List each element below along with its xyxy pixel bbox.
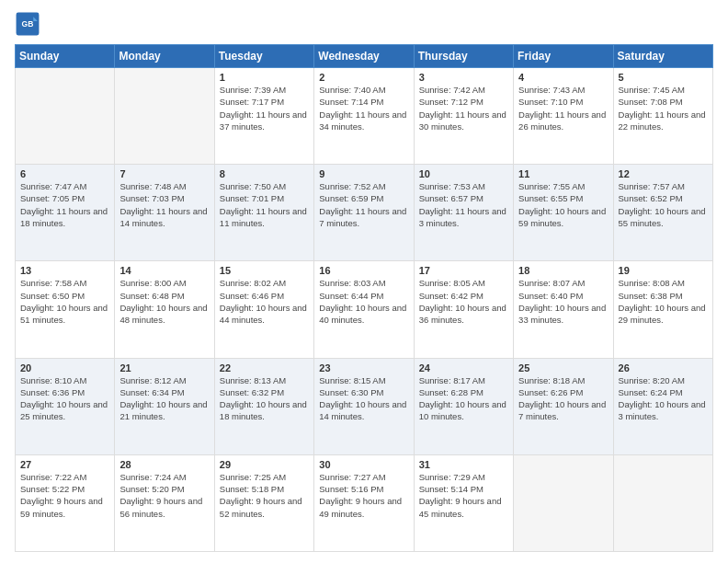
day-info: Sunrise: 7:48 AMSunset: 7:03 PMDaylight:… [119, 180, 209, 229]
day-info: Sunrise: 8:13 AMSunset: 6:32 PMDaylight:… [220, 374, 309, 423]
day-info: Sunrise: 8:15 AMSunset: 6:30 PMDaylight:… [319, 374, 408, 423]
calendar-day-header: Monday [115, 45, 214, 68]
day-number: 6 [20, 168, 109, 179]
calendar-cell: 8Sunrise: 7:50 AMSunset: 7:01 PMDaylight… [214, 165, 313, 261]
calendar-cell: 4Sunrise: 7:43 AMSunset: 7:10 PMDaylight… [514, 68, 613, 165]
calendar-cell: 9Sunrise: 7:52 AMSunset: 6:59 PMDaylight… [314, 165, 414, 261]
day-number: 15 [220, 265, 309, 276]
day-number: 23 [319, 362, 408, 373]
day-info: Sunrise: 7:53 AMSunset: 6:57 PMDaylight:… [419, 180, 508, 229]
day-info: Sunrise: 8:20 AMSunset: 6:24 PMDaylight:… [619, 374, 708, 423]
calendar-week-row: 6Sunrise: 7:47 AMSunset: 7:05 PMDaylight… [16, 165, 713, 261]
calendar-cell: 22Sunrise: 8:13 AMSunset: 6:32 PMDayligh… [214, 358, 313, 454]
calendar-cell: 24Sunrise: 8:17 AMSunset: 6:28 PMDayligh… [414, 358, 513, 454]
day-info: Sunrise: 7:22 AMSunset: 5:22 PMDaylight:… [20, 471, 109, 520]
calendar-cell [16, 68, 115, 165]
day-info: Sunrise: 7:40 AMSunset: 7:14 PMDaylight:… [319, 84, 408, 132]
day-info: Sunrise: 7:55 AMSunset: 6:55 PMDaylight:… [518, 180, 608, 229]
day-number: 28 [119, 459, 209, 470]
calendar-cell [115, 68, 214, 165]
calendar-cell: 10Sunrise: 7:53 AMSunset: 6:57 PMDayligh… [414, 165, 513, 261]
calendar-cell: 14Sunrise: 8:00 AMSunset: 6:48 PMDayligh… [115, 261, 214, 358]
day-number: 31 [419, 459, 508, 470]
svg-text:GB: GB [22, 19, 34, 29]
day-number: 14 [119, 265, 209, 276]
calendar-cell: 31Sunrise: 7:29 AMSunset: 5:14 PMDayligh… [414, 454, 513, 551]
day-number: 29 [220, 459, 309, 470]
day-info: Sunrise: 8:07 AMSunset: 6:40 PMDaylight:… [518, 277, 608, 326]
calendar-cell: 17Sunrise: 8:05 AMSunset: 6:42 PMDayligh… [414, 261, 513, 358]
day-info: Sunrise: 7:29 AMSunset: 5:14 PMDaylight:… [419, 471, 508, 520]
day-info: Sunrise: 7:57 AMSunset: 6:52 PMDaylight:… [619, 180, 708, 229]
day-number: 26 [619, 362, 708, 373]
calendar-cell: 23Sunrise: 8:15 AMSunset: 6:30 PMDayligh… [314, 358, 414, 454]
calendar-day-header: Thursday [414, 45, 513, 68]
page-header: GB [15, 11, 713, 37]
day-number: 24 [419, 362, 508, 373]
calendar-cell: 19Sunrise: 8:08 AMSunset: 6:38 PMDayligh… [613, 261, 712, 358]
calendar-cell: 25Sunrise: 8:18 AMSunset: 6:26 PMDayligh… [514, 358, 613, 454]
calendar-cell: 21Sunrise: 8:12 AMSunset: 6:34 PMDayligh… [115, 358, 214, 454]
calendar-cell: 6Sunrise: 7:47 AMSunset: 7:05 PMDaylight… [16, 165, 115, 261]
calendar-cell: 13Sunrise: 7:58 AMSunset: 6:50 PMDayligh… [16, 261, 115, 358]
calendar-week-row: 27Sunrise: 7:22 AMSunset: 5:22 PMDayligh… [16, 454, 713, 551]
logo-icon: GB [15, 11, 40, 37]
day-info: Sunrise: 7:45 AMSunset: 7:08 PMDaylight:… [619, 84, 708, 132]
day-info: Sunrise: 8:10 AMSunset: 6:36 PMDaylight:… [20, 374, 109, 423]
day-number: 5 [619, 72, 708, 83]
day-info: Sunrise: 8:18 AMSunset: 6:26 PMDaylight:… [518, 374, 608, 423]
calendar-cell: 5Sunrise: 7:45 AMSunset: 7:08 PMDaylight… [613, 68, 712, 165]
day-info: Sunrise: 7:47 AMSunset: 7:05 PMDaylight:… [20, 180, 109, 229]
calendar-cell: 20Sunrise: 8:10 AMSunset: 6:36 PMDayligh… [16, 358, 115, 454]
day-info: Sunrise: 7:39 AMSunset: 7:17 PMDaylight:… [220, 84, 309, 132]
day-info: Sunrise: 7:50 AMSunset: 7:01 PMDaylight:… [220, 180, 309, 229]
day-number: 17 [419, 265, 508, 276]
day-number: 16 [319, 265, 408, 276]
calendar-day-header: Wednesday [314, 45, 414, 68]
calendar-cell: 29Sunrise: 7:25 AMSunset: 5:18 PMDayligh… [214, 454, 313, 551]
calendar-cell [613, 454, 712, 551]
calendar-day-header: Friday [514, 45, 613, 68]
day-info: Sunrise: 7:25 AMSunset: 5:18 PMDaylight:… [220, 471, 309, 520]
day-number: 21 [119, 362, 209, 373]
day-info: Sunrise: 7:58 AMSunset: 6:50 PMDaylight:… [20, 277, 109, 326]
calendar-cell: 18Sunrise: 8:07 AMSunset: 6:40 PMDayligh… [514, 261, 613, 358]
day-number: 10 [419, 168, 508, 179]
day-number: 2 [319, 72, 408, 83]
calendar-day-header: Sunday [16, 45, 115, 68]
day-number: 19 [619, 265, 708, 276]
day-info: Sunrise: 7:27 AMSunset: 5:16 PMDaylight:… [319, 471, 408, 520]
day-info: Sunrise: 8:05 AMSunset: 6:42 PMDaylight:… [419, 277, 508, 326]
calendar-cell: 2Sunrise: 7:40 AMSunset: 7:14 PMDaylight… [314, 68, 414, 165]
day-number: 22 [220, 362, 309, 373]
day-info: Sunrise: 7:43 AMSunset: 7:10 PMDaylight:… [518, 84, 608, 132]
day-number: 13 [20, 265, 109, 276]
calendar-cell: 28Sunrise: 7:24 AMSunset: 5:20 PMDayligh… [115, 454, 214, 551]
calendar-cell: 11Sunrise: 7:55 AMSunset: 6:55 PMDayligh… [514, 165, 613, 261]
day-number: 20 [20, 362, 109, 373]
calendar-cell [514, 454, 613, 551]
calendar-day-header: Saturday [613, 45, 712, 68]
day-number: 1 [220, 72, 309, 83]
calendar-header-row: SundayMondayTuesdayWednesdayThursdayFrid… [16, 45, 713, 68]
day-info: Sunrise: 8:12 AMSunset: 6:34 PMDaylight:… [119, 374, 209, 423]
calendar-day-header: Tuesday [214, 45, 313, 68]
day-number: 8 [220, 168, 309, 179]
day-info: Sunrise: 7:24 AMSunset: 5:20 PMDaylight:… [119, 471, 209, 520]
calendar-week-row: 1Sunrise: 7:39 AMSunset: 7:17 PMDaylight… [16, 68, 713, 165]
day-number: 4 [518, 72, 608, 83]
calendar-cell: 3Sunrise: 7:42 AMSunset: 7:12 PMDaylight… [414, 68, 513, 165]
day-info: Sunrise: 8:08 AMSunset: 6:38 PMDaylight:… [619, 277, 708, 326]
day-info: Sunrise: 7:52 AMSunset: 6:59 PMDaylight:… [319, 180, 408, 229]
day-number: 7 [119, 168, 209, 179]
day-number: 9 [319, 168, 408, 179]
calendar-cell: 26Sunrise: 8:20 AMSunset: 6:24 PMDayligh… [613, 358, 712, 454]
calendar-week-row: 20Sunrise: 8:10 AMSunset: 6:36 PMDayligh… [16, 358, 713, 454]
calendar-cell: 27Sunrise: 7:22 AMSunset: 5:22 PMDayligh… [16, 454, 115, 551]
calendar-cell: 7Sunrise: 7:48 AMSunset: 7:03 PMDaylight… [115, 165, 214, 261]
day-number: 30 [319, 459, 408, 470]
calendar-week-row: 13Sunrise: 7:58 AMSunset: 6:50 PMDayligh… [16, 261, 713, 358]
day-number: 18 [518, 265, 608, 276]
calendar-cell: 30Sunrise: 7:27 AMSunset: 5:16 PMDayligh… [314, 454, 414, 551]
day-number: 3 [419, 72, 508, 83]
